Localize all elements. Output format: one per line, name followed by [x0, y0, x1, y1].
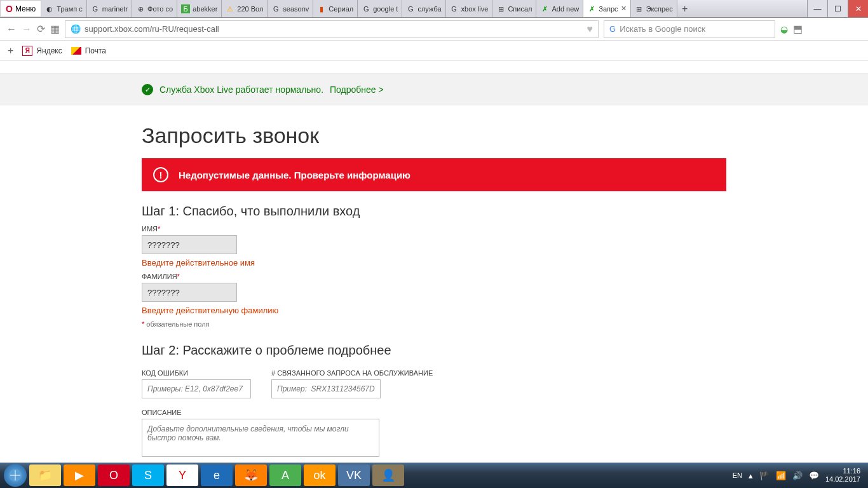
start-button[interactable] [4, 464, 27, 487]
globe-icon: 🌐 [71, 24, 81, 34]
taskbar-yandex[interactable]: Y [166, 464, 198, 486]
download-icon[interactable]: ⬒ [793, 23, 803, 35]
tray-flag-icon[interactable]: 🏴 [759, 471, 770, 480]
taskbar-ok[interactable]: ok [304, 464, 336, 486]
search-placeholder: Искать в Google поиск [620, 24, 705, 34]
favicon: ⊕ [136, 4, 145, 13]
maximize-button[interactable]: ☐ [827, 0, 848, 17]
taskbar-amigo[interactable]: A [269, 464, 301, 486]
favicon: G [406, 4, 415, 13]
taskbar-opera[interactable]: O [98, 464, 130, 486]
search-input[interactable]: G Искать в Google поиск [604, 20, 775, 38]
tab-12[interactable]: ✗Запрс [583, 0, 630, 17]
taskbar-ie[interactable]: e [201, 464, 233, 486]
favicon: ⊞ [496, 4, 505, 13]
error-code-input[interactable] [142, 379, 251, 398]
tray-arrow-icon[interactable]: ▴ [749, 471, 753, 480]
back-button[interactable]: ← [6, 24, 17, 35]
favicon: ✗ [587, 4, 596, 13]
favicon: ⊞ [635, 4, 644, 13]
windows-taskbar: 📁 ▶ O S Y e 🦊 A ok VK 👤 EN ▴ 🏴 📶 🔊 💬 11:… [0, 463, 868, 488]
favicon: G [91, 4, 100, 13]
shield-icon[interactable]: ◒ [780, 24, 788, 34]
taskbar-vk[interactable]: VK [338, 464, 370, 486]
tab-1[interactable]: Gmarinetr [87, 0, 132, 17]
check-icon: ✓ [142, 84, 153, 95]
favicon: ⚠ [226, 4, 234, 13]
service-status-bar: ✓ Служба Xbox Live работает нормально. П… [0, 74, 868, 105]
address-bar-row: ← → ⟳ ▦ 🌐 support.xbox.com/ru-RU/request… [0, 18, 868, 41]
surname-input[interactable] [142, 283, 237, 302]
description-textarea[interactable] [142, 419, 379, 457]
favicon: G [450, 4, 459, 13]
name-input[interactable] [142, 235, 237, 254]
lang-indicator[interactable]: EN [733, 471, 742, 479]
page-title: Запросить звонок [142, 123, 726, 148]
tab-11[interactable]: ✗Add new [536, 0, 583, 17]
description-label: ОПИСАНИЕ [142, 409, 726, 416]
tiles-icon[interactable]: ▦ [50, 23, 60, 35]
close-tab-icon[interactable] [621, 4, 627, 13]
exclamation-icon: ! [153, 167, 168, 182]
step-1-heading: Шаг 1: Спасибо, что выполнили вход [142, 204, 726, 219]
service-request-input[interactable] [271, 379, 381, 398]
google-g-icon: G [609, 24, 616, 34]
favicon: Б [181, 4, 190, 13]
tab-7[interactable]: Ggoogle t [358, 0, 402, 17]
bookmark-mail[interactable]: Почта [71, 46, 106, 55]
window-titlebar: O Меню ◐Трамп с Gmarinetr ⊕Фото со Бabek… [0, 0, 868, 18]
bookmarks-bar: + Я Яндекс Почта [0, 41, 868, 61]
step-2-heading: Шаг 2: Расскажите о проблеме подробнее [142, 343, 726, 358]
taskbar-explorer[interactable]: 📁 [29, 464, 61, 486]
opera-menu-button[interactable]: O Меню [0, 0, 41, 17]
tab-6[interactable]: ▮Сериал [313, 0, 358, 17]
favorite-icon[interactable]: ♥ [587, 24, 593, 35]
header-strip [0, 61, 868, 74]
new-tab-button[interactable]: + [677, 0, 693, 17]
opera-logo-icon: O [6, 4, 13, 14]
favicon: G [362, 4, 370, 13]
tab-4[interactable]: ⚠220 Вол [222, 0, 268, 17]
favicon: ◐ [45, 4, 54, 13]
status-details-link[interactable]: Подробнее > [330, 85, 384, 95]
tab-8[interactable]: Gслужба [402, 0, 445, 17]
tab-10[interactable]: ⊞Списал [492, 0, 536, 17]
forward-button[interactable]: → [22, 24, 32, 35]
tab-5[interactable]: Gseasonv [268, 0, 313, 17]
tray-volume-icon[interactable]: 🔊 [792, 471, 803, 480]
taskbar-firefox[interactable]: 🦊 [235, 464, 267, 486]
url-input[interactable]: 🌐 support.xbox.com/ru-RU/request-call ♥ [65, 20, 599, 38]
close-window-button[interactable]: ✕ [848, 0, 868, 17]
status-text: Служба Xbox Live работает нормально. [159, 85, 323, 95]
tab-2[interactable]: ⊕Фото со [132, 0, 177, 17]
alert-message: Недопустимые данные. Проверьте информаци… [179, 170, 410, 180]
error-alert: ! Недопустимые данные. Проверьте информа… [142, 158, 726, 191]
tab-9[interactable]: Gxbox live [446, 0, 493, 17]
page-viewport[interactable]: ✓ Служба Xbox Live работает нормально. П… [0, 61, 868, 459]
tab-3[interactable]: Бabekker [177, 0, 222, 17]
tab-13[interactable]: ⊞Экспрес [631, 0, 677, 17]
minimize-button[interactable]: — [807, 0, 827, 17]
taskbar-skype[interactable]: S [132, 464, 164, 486]
tab-0[interactable]: ◐Трамп с [41, 0, 86, 17]
add-bookmark-button[interactable]: + [8, 45, 13, 57]
favicon: G [271, 4, 280, 13]
reload-button[interactable]: ⟳ [37, 23, 45, 35]
browser-tabs: ◐Трамп с Gmarinetr ⊕Фото со Бabekker ⚠22… [41, 0, 807, 17]
mail-icon [71, 47, 81, 55]
service-request-label: # СВЯЗАННОГО ЗАПРОСА НА ОБСЛУЖИВАНИЕ [271, 369, 433, 377]
required-note: * обязательные поля [142, 320, 726, 328]
surname-label: ФАМИЛИЯ* [142, 273, 726, 280]
bookmark-yandex[interactable]: Я Яндекс [22, 46, 62, 56]
tray-network-icon[interactable]: 📶 [776, 471, 786, 480]
favicon: ▮ [317, 4, 326, 13]
clock[interactable]: 11:16 14.02.2017 [825, 467, 860, 484]
tray-action-icon[interactable]: 💬 [809, 471, 819, 480]
taskbar-app[interactable]: 👤 [372, 464, 404, 486]
yandex-icon: Я [22, 46, 32, 56]
menu-label: Меню [15, 4, 36, 13]
system-tray: EN ▴ 🏴 📶 🔊 💬 11:16 14.02.2017 [733, 467, 865, 484]
error-code-label: КОД ОШИБКИ [142, 369, 251, 377]
taskbar-wmp[interactable]: ▶ [64, 464, 95, 486]
name-error: Введите действительное имя [142, 258, 726, 268]
